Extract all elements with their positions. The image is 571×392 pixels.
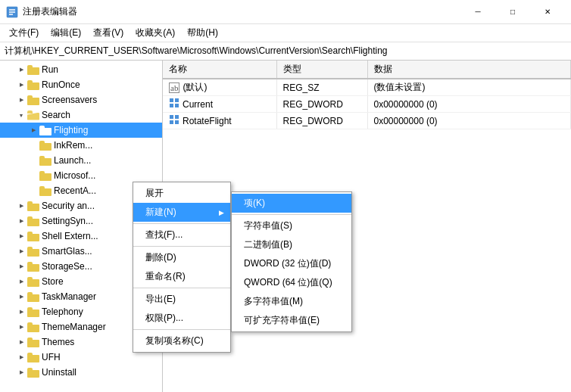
tree-item-search[interactable]: Search (0, 107, 162, 123)
tree-label-themes: Themes (42, 337, 74, 347)
ctx-sep-2 (133, 246, 230, 247)
tree-item-inkrem[interactable]: InkRem... (0, 138, 162, 153)
tree-label-security: Security an... (42, 201, 95, 211)
expand-icon-settingsyn[interactable] (15, 215, 27, 227)
folder-icon-thememanager (27, 321, 39, 333)
sub-item-dword[interactable]: DWORD (32 位)值(D) (232, 254, 351, 273)
close-button[interactable]: ✕ (530, 0, 565, 24)
menu-favorites[interactable]: 收藏夹(A) (129, 25, 181, 41)
menu-file[interactable]: 文件(F) (3, 25, 45, 41)
expand-icon-screensavers[interactable] (15, 94, 27, 106)
svg-rect-6 (170, 104, 173, 107)
ctx-permissions[interactable]: 权限(P)... (133, 309, 230, 328)
cell-type-0: REG_SZ (276, 79, 367, 96)
ctx-find[interactable]: 查找(F)... (133, 226, 230, 244)
cell-data-2: 0x00000000 (0) (367, 113, 571, 129)
tree-item-flighting[interactable]: Flighting (0, 123, 162, 138)
expand-icon-flighting[interactable] (27, 124, 39, 136)
folder-icon-microsof (39, 170, 51, 182)
folder-icon-ufh (27, 351, 39, 363)
expand-icon-ufh[interactable] (15, 351, 27, 363)
tree-item-run[interactable]: Run (0, 62, 162, 77)
col-data[interactable]: 数据 (367, 61, 571, 79)
tree-item-uninstall[interactable]: Uninstall (0, 365, 162, 380)
ctx-copy-name[interactable]: 复制项名称(C) (133, 331, 230, 350)
ctx-rename[interactable]: 重命名(R) (133, 267, 230, 286)
table-row[interactable]: ab (默认) REG_SZ (数值未设置) (163, 79, 571, 96)
expand-icon-smartglas[interactable] (15, 245, 27, 257)
maximize-button[interactable]: □ (495, 0, 530, 24)
folder-icon-recenta (39, 185, 51, 197)
menu-edit[interactable]: 编辑(E) (45, 25, 87, 41)
col-type[interactable]: 类型 (276, 61, 367, 79)
ctx-sep-4 (133, 329, 230, 330)
folder-icon-flighting (39, 124, 51, 136)
value-icon-grid (169, 98, 179, 110)
svg-rect-8 (170, 115, 173, 119)
cell-data-0: (数值未设置) (367, 79, 571, 96)
tree-label-microsof: Microsof... (54, 170, 95, 181)
tree-item-runonce[interactable]: RunOnce (0, 77, 162, 92)
expand-icon-uninstall[interactable] (15, 366, 27, 378)
expand-icon-runonce[interactable] (15, 79, 27, 91)
tree-label-recenta: RecentA... (54, 185, 96, 196)
tree-label-flighting: Flighting (54, 125, 88, 135)
tree-label-screensavers: Screensavers (42, 95, 97, 105)
tree-label-settingsyn: SettingSyn... (42, 216, 93, 226)
folder-icon-run (27, 64, 39, 76)
sub-item-multistring[interactable]: 多字符串值(M) (232, 292, 351, 311)
title-bar: 注册表编辑器 ─ □ ✕ (0, 0, 571, 24)
sub-sep-1 (232, 214, 351, 215)
svg-rect-10 (170, 120, 173, 124)
sub-item-key[interactable]: 项(K) (232, 194, 351, 213)
expand-icon-taskmanager[interactable] (15, 291, 27, 303)
ctx-delete[interactable]: 删除(D) (133, 248, 230, 267)
expand-icon-run[interactable] (15, 64, 27, 76)
tree-label-thememanager: ThemeManager (42, 322, 106, 332)
folder-icon-launch (39, 154, 51, 166)
sub-item-expandstring[interactable]: 可扩充字符串值(E) (232, 311, 351, 330)
expand-icon-microsof (27, 170, 39, 182)
ctx-new[interactable]: 新建(N) (133, 203, 230, 222)
tree-item-launch[interactable]: Launch... (0, 153, 162, 168)
expand-icon-themes[interactable] (15, 336, 27, 348)
tree-label-taskmanager: TaskManager (42, 291, 96, 302)
expand-icon-telephony[interactable] (15, 306, 27, 318)
ctx-export[interactable]: 导出(E) (133, 290, 230, 309)
cell-name-2: RotateFlight (163, 113, 276, 129)
table-row[interactable]: Current REG_DWORD 0x00000000 (0) (163, 96, 571, 113)
address-bar: 计算机\HKEY_CURRENT_USER\Software\Microsoft… (0, 42, 571, 61)
folder-icon-settingsyn (27, 215, 39, 227)
expand-icon-security[interactable] (15, 200, 27, 212)
svg-rect-4 (170, 98, 173, 102)
svg-rect-9 (175, 115, 179, 119)
menu-view[interactable]: 查看(V) (87, 25, 129, 41)
folder-icon-uninstall (27, 366, 39, 378)
minimize-button[interactable]: ─ (460, 0, 495, 24)
tree-label-storagese: StorageSe... (42, 261, 92, 272)
expand-icon-thememanager[interactable] (15, 321, 27, 333)
sub-item-binary[interactable]: 二进制值(B) (232, 235, 351, 254)
tree-label-uninstall: Uninstall (42, 367, 76, 378)
tree-label-store: Store (42, 276, 64, 287)
sub-item-string[interactable]: 字符串值(S) (232, 216, 351, 235)
svg-rect-7 (175, 104, 179, 107)
ctx-expand[interactable]: 展开 (133, 184, 230, 203)
col-name[interactable]: 名称 (163, 61, 276, 79)
table-row[interactable]: RotateFlight REG_DWORD 0x00000000 (0) (163, 113, 571, 129)
folder-icon-themes (27, 336, 39, 348)
cell-type-2: REG_DWORD (276, 113, 367, 129)
expand-icon-search[interactable] (15, 109, 27, 121)
folder-icon-search (27, 109, 39, 121)
menu-help[interactable]: 帮助(H) (181, 25, 224, 41)
sub-item-qword[interactable]: QWORD (64 位)值(Q) (232, 273, 351, 292)
folder-icon-inkrem (39, 139, 51, 151)
tree-item-microsof[interactable]: Microsof... (0, 168, 162, 183)
svg-rect-11 (175, 120, 179, 124)
tree-item-screensavers[interactable]: Screensavers (0, 92, 162, 107)
expand-icon-shellextern[interactable] (15, 230, 27, 242)
tree-label-telephony: Telephony (42, 306, 83, 317)
expand-icon-store[interactable] (15, 275, 27, 288)
expand-icon-storagese[interactable] (15, 260, 27, 272)
cell-type-1: REG_DWORD (276, 96, 367, 113)
